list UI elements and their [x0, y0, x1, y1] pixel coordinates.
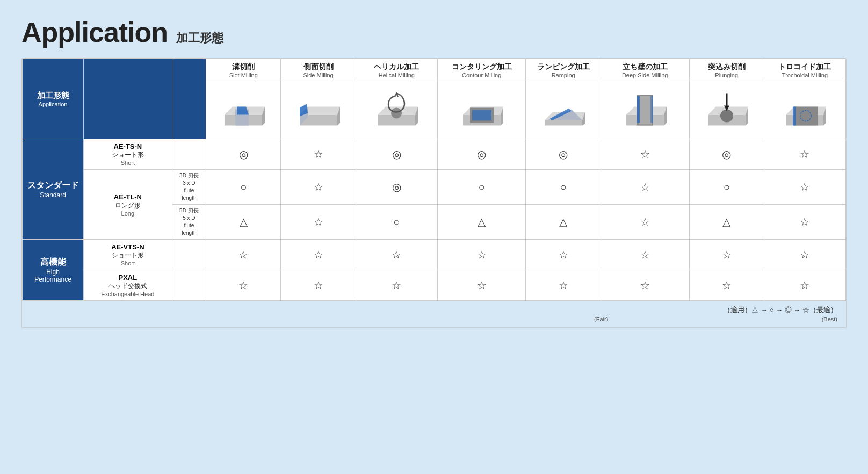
col-header-troch: トロコイド加工 Trochoidal Milling [764, 59, 845, 80]
product-ae-ts-n: AE-TS-Nショート形Short [84, 139, 172, 170]
table-row: 高機能HighPerformanceAE-VTS-Nショート形Short☆☆☆☆… [23, 240, 846, 270]
col-header-contour: コンタリング加工 Contour Milling [437, 59, 526, 80]
rating-cell-1-1-0-0: ☆ [206, 270, 281, 301]
col-header-side: 側面切削 Side Milling [281, 59, 356, 80]
rating-cell-1-1-0-4: ☆ [526, 270, 601, 301]
length-label [172, 240, 206, 270]
img-ramping [526, 80, 601, 139]
rating-cell-1-1-0-1: ☆ [281, 270, 356, 301]
rating-cell-0-1-1-7: ☆ [764, 205, 845, 240]
header-text-row: 加工形態 Application 溝切削 Slot Milling 側面切削 S… [23, 59, 846, 80]
product-pxal: PXALヘッド交換式Exchangeable Head [84, 270, 172, 301]
col-header-plunging: 突込み切削 Plunging [689, 59, 764, 80]
svg-rect-18 [472, 110, 491, 121]
rating-cell-1-0-0-4: ☆ [526, 240, 601, 270]
app-header-en: Application [25, 101, 81, 107]
rating-cell-1-0-0-1: ☆ [281, 240, 356, 270]
rating-cell-0-1-1-3: △ [437, 205, 526, 240]
product-ae-tl-n: AE-TL-Nロング形Long [84, 170, 172, 240]
col-header-helical: ヘリカル加工 Helical Milling [356, 59, 437, 80]
table-row: PXALヘッド交換式Exchangeable Head☆☆☆☆☆☆☆☆ [23, 270, 846, 301]
rating-cell-0-0-0-3: ◎ [437, 139, 526, 170]
legend-row: （適用）△ → ○ → ◎ → ☆（最適） (Fair) (Best) [22, 301, 846, 327]
rating-cell-1-1-0-7: ☆ [764, 270, 845, 301]
category-high-performance: 高機能HighPerformance [23, 240, 84, 301]
rating-cell-0-0-0-7: ☆ [764, 139, 845, 170]
app-header-cell: 加工形態 Application [23, 59, 84, 139]
rating-cell-1-1-0-2: ☆ [356, 270, 437, 301]
rating-cell-0-1-1-2: ○ [356, 205, 437, 240]
svg-rect-29 [637, 96, 640, 123]
img-contour [437, 80, 526, 139]
img-side [281, 80, 356, 139]
page-title-jp: 加工形態 [176, 30, 223, 46]
col-header-ramping: ランピング加工 Ramping [526, 59, 601, 80]
rating-cell-0-1-1-0: △ [206, 205, 281, 240]
rating-cell-1-0-0-6: ☆ [689, 240, 764, 270]
application-table: 加工形態 Application 溝切削 Slot Milling 側面切削 S… [21, 58, 847, 328]
svg-point-34 [720, 110, 733, 123]
svg-rect-28 [639, 96, 652, 125]
rating-cell-0-1-0-0: ○ [206, 170, 281, 205]
img-trochoidal [764, 80, 845, 139]
rating-cell-1-0-0-0: ☆ [206, 240, 281, 270]
img-deepside [601, 80, 689, 139]
rating-cell-0-1-1-5: ☆ [601, 205, 689, 240]
rating-cell-0-1-0-3: ○ [437, 170, 526, 205]
rating-cell-0-0-0-1: ☆ [281, 139, 356, 170]
category-standard: スタンダードStandard [23, 139, 84, 240]
length-label: 5D 刃長5 x Dflutelength [172, 205, 206, 240]
table-row: AE-TL-Nロング形Long3D 刃長3 x Dflutelength○☆◎○… [23, 170, 846, 205]
product-ae-vts-n: AE-VTS-Nショート形Short [84, 240, 172, 270]
length-label [172, 270, 206, 301]
img-slot [206, 80, 281, 139]
app-header-jp: 加工形態 [25, 91, 81, 101]
rating-cell-0-0-0-5: ☆ [601, 139, 689, 170]
rating-cell-1-0-0-5: ☆ [601, 240, 689, 270]
img-plunging [689, 80, 764, 139]
rating-cell-0-1-0-7: ☆ [764, 170, 845, 205]
col-header-slot: 溝切削 Slot Milling [206, 59, 281, 80]
rating-cell-0-1-0-6: ○ [689, 170, 764, 205]
length-label [172, 139, 206, 170]
rating-cell-0-1-0-4: ○ [526, 170, 601, 205]
svg-rect-40 [794, 107, 818, 126]
length-label: 3D 刃長3 x Dflutelength [172, 170, 206, 205]
legend-sub: (Fair) (Best) [594, 316, 837, 322]
rating-cell-0-1-1-4: △ [526, 205, 601, 240]
rating-cell-1-1-0-3: ☆ [437, 270, 526, 301]
rating-cell-0-1-0-1: ☆ [281, 170, 356, 205]
svg-marker-19 [545, 120, 582, 126]
rating-cell-0-1-0-2: ◎ [356, 170, 437, 205]
page-title-en: Application [21, 16, 168, 48]
col-header-deepside: 立ち壁の加工 Deep Side Milling [601, 59, 689, 80]
rating-cell-0-1-0-5: ☆ [601, 170, 689, 205]
rating-cell-0-0-0-0: ◎ [206, 139, 281, 170]
legend-text: （適用）△ → ○ → ◎ → ☆（最適） [724, 306, 837, 314]
rating-cell-1-1-0-6: ☆ [689, 270, 764, 301]
rating-cell-0-0-0-6: ◎ [689, 139, 764, 170]
svg-rect-30 [650, 96, 653, 123]
rating-cell-1-1-0-5: ☆ [601, 270, 689, 301]
svg-point-13 [391, 108, 402, 119]
rating-cell-0-1-1-1: ☆ [281, 205, 356, 240]
svg-rect-41 [793, 107, 796, 126]
rating-cell-1-0-0-7: ☆ [764, 240, 845, 270]
rating-cell-1-0-0-3: ☆ [437, 240, 526, 270]
img-helical [356, 80, 437, 139]
rating-cell-0-1-1-6: △ [689, 205, 764, 240]
rating-cell-0-0-0-4: ◎ [526, 139, 601, 170]
rating-cell-0-0-0-2: ◎ [356, 139, 437, 170]
rating-cell-1-0-0-2: ☆ [356, 240, 437, 270]
table-row: スタンダードStandardAE-TS-Nショート形Short◎☆◎◎◎☆◎☆ [23, 139, 846, 170]
